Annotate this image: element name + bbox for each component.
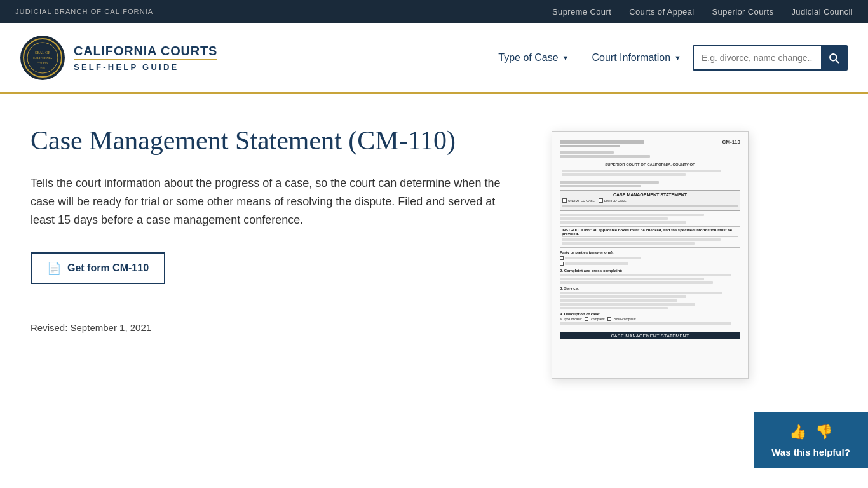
- feedback-label: Was this helpful?: [771, 447, 850, 458]
- content-left: Case Management Statement (CM-110) Tells…: [31, 125, 552, 458]
- revised-date: Revised: September 1, 2021: [31, 322, 526, 333]
- seal-logo: SEAL OF CALIFORNIA COURTS 1526: [20, 36, 65, 80]
- svg-line-7: [836, 60, 838, 62]
- main-content: Case Management Statement (CM-110) Tells…: [0, 94, 868, 488]
- search-input[interactable]: [694, 53, 821, 63]
- chevron-down-icon: ▼: [562, 54, 569, 62]
- form-preview: CM-110 SUPERIOR COURT OF CALIFORNIA, COU…: [552, 131, 749, 458]
- logo-self-help-guide: SELF-HELP GUIDE: [74, 59, 217, 72]
- search-button[interactable]: [821, 45, 846, 71]
- search-icon: [828, 52, 839, 64]
- nav-judicial-council[interactable]: Judicial Council: [791, 7, 853, 17]
- nav-courts-of-appeal[interactable]: Courts of Appeal: [629, 7, 694, 17]
- document-icon: 📄: [47, 261, 61, 275]
- form-preview-image: CM-110 SUPERIOR COURT OF CALIFORNIA, COU…: [552, 131, 749, 379]
- header-navigation: Type of Case ▼ Court Information ▼: [487, 45, 848, 71]
- get-form-button[interactable]: 📄 Get form CM-110: [31, 252, 165, 284]
- thumbs-down-button[interactable]: 👎: [815, 424, 832, 440]
- get-form-label: Get form CM-110: [67, 262, 149, 274]
- brand-label: JUDICIAL BRANCH OF CALIFORNIA: [15, 8, 153, 15]
- type-of-case-label: Type of Case: [498, 52, 558, 64]
- court-information-label: Court Information: [592, 52, 671, 64]
- svg-text:1526: 1526: [40, 67, 45, 70]
- feedback-widget: 👍 👎 Was this helpful?: [754, 412, 868, 468]
- feedback-icons: 👍 👎: [789, 424, 832, 440]
- svg-text:SEAL OF: SEAL OF: [35, 51, 51, 55]
- type-of-case-menu[interactable]: Type of Case ▼: [487, 47, 580, 69]
- logo-california-courts: CALIFORNIA COURTS: [74, 44, 217, 58]
- nav-supreme-court[interactable]: Supreme Court: [552, 7, 611, 17]
- page-title: Case Management Statement (CM-110): [31, 125, 526, 156]
- svg-text:CALIFORNIA: CALIFORNIA: [33, 57, 53, 60]
- thumbs-up-button[interactable]: 👍: [789, 424, 806, 440]
- top-nav-links: Supreme Court Courts of Appeal Superior …: [552, 7, 853, 17]
- court-information-menu[interactable]: Court Information ▼: [581, 47, 693, 69]
- svg-text:COURTS: COURTS: [37, 62, 48, 65]
- search-box: [693, 45, 848, 71]
- main-header: SEAL OF CALIFORNIA COURTS 1526 CALIFORNI…: [0, 23, 868, 94]
- page-description: Tells the court information about the pr…: [31, 174, 513, 229]
- top-navigation: JUDICIAL BRANCH OF CALIFORNIA Supreme Co…: [0, 0, 868, 23]
- logo-area: SEAL OF CALIFORNIA COURTS 1526 CALIFORNI…: [20, 36, 217, 80]
- nav-superior-courts[interactable]: Superior Courts: [712, 7, 774, 17]
- form-footer-title: CASE MANAGEMENT STATEMENT: [560, 332, 740, 339]
- chevron-down-icon: ▼: [674, 54, 681, 62]
- logo-text: CALIFORNIA COURTS SELF-HELP GUIDE: [74, 44, 217, 72]
